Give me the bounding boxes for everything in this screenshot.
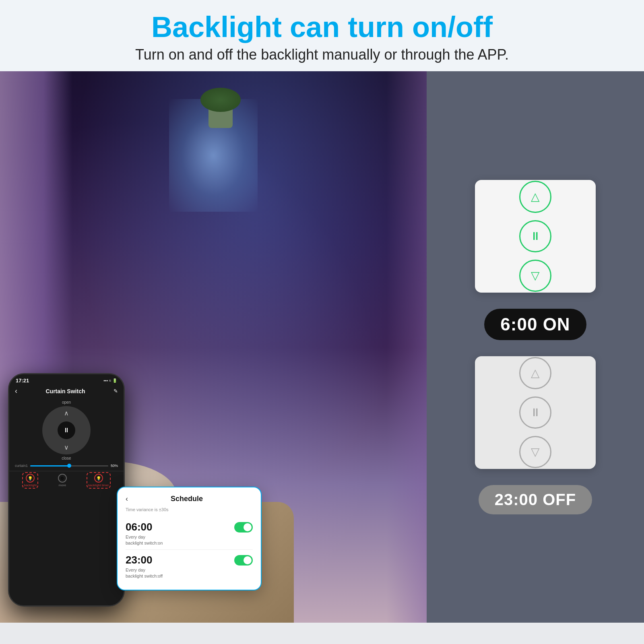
schedule-action-1: backlight switch:on (126, 541, 253, 545)
switch-off-pause-button[interactable]: ⏸ (519, 396, 551, 429)
schedule-variance-note: Time variance is ±30s (126, 507, 253, 512)
header: Backlight can turn on/off Turn on and of… (0, 0, 644, 71)
switch-pause-button[interactable]: ⏸ (519, 220, 551, 252)
switch-off-up-button[interactable]: △ (519, 357, 551, 389)
schedule-repeat-2: Every day (126, 568, 253, 572)
phone-slider-row: curtain1 50% (9, 460, 124, 469)
phone-nav-bar: 💡 backlight ⚙ more 💡 backlight timer (9, 471, 124, 489)
phone-nav-backlight-label: backlight (24, 483, 37, 487)
phone-app-title: Curtain Switch (45, 388, 85, 394)
schedule-time-2: 23:00 (126, 554, 153, 566)
phone-slider-thumb (67, 464, 71, 468)
schedule-time-row-1: 06:00 (126, 521, 253, 533)
phone-nav-more[interactable]: ⚙ more (58, 474, 67, 487)
page-title: Backlight can turn on/off (16, 11, 628, 43)
phone-slider-fill (30, 465, 69, 466)
phone-body: 17:21 ▪▪▪ ≈ 🔋 ‹ Curtain Switch ✎ open ∧ (8, 373, 125, 607)
schedule-toggle-1[interactable] (234, 522, 253, 533)
curtain-right (386, 71, 427, 623)
phone-edit-button[interactable]: ✎ (114, 388, 118, 394)
phone-nav-more-label: more (59, 483, 66, 487)
phone-back-button[interactable]: ‹ (15, 387, 17, 395)
switch-off-down-button[interactable]: ▽ (519, 436, 551, 468)
schedule-time-1: 06:00 (126, 521, 153, 533)
phone-mockup: 17:21 ▪▪▪ ≈ 🔋 ‹ Curtain Switch ✎ open ∧ (8, 373, 125, 607)
phone-screen: 17:21 ▪▪▪ ≈ 🔋 ‹ Curtain Switch ✎ open ∧ (9, 374, 124, 605)
phone-slider-label: curtain1 (15, 464, 28, 468)
down-arrow-off-icon: ▽ (531, 445, 540, 458)
schedule-action-2: backlight switch:off (126, 574, 253, 578)
more-nav-icon: ⚙ (58, 474, 67, 483)
schedule-title: Schedule (132, 495, 242, 503)
phone-pause-button[interactable]: ⏸ (58, 421, 75, 439)
schedule-header: ‹ Schedule (126, 495, 253, 503)
plant-decoration (196, 88, 245, 128)
switch-up-button[interactable]: △ (519, 181, 551, 213)
switch-off-device: △ ⏸ ▽ (475, 356, 596, 469)
phone-down-arrow[interactable]: ∨ (64, 444, 69, 451)
phone-status-bar: 17:21 ▪▪▪ ≈ 🔋 (9, 374, 124, 385)
backlight-timer-nav-icon: 💡 (94, 474, 103, 483)
schedule-time-row-2: 23:00 (126, 554, 253, 566)
photo-area: 17:21 ▪▪▪ ≈ 🔋 ‹ Curtain Switch ✎ open ∧ (0, 71, 427, 623)
phone-app-header: ‹ Curtain Switch ✎ (9, 385, 124, 398)
phone-control-circle[interactable]: ∧ ⏸ ∨ (42, 406, 91, 454)
up-arrow-icon: △ (531, 190, 540, 203)
switch-on-device: △ ⏸ ▽ (475, 180, 596, 293)
page-subtitle: Turn on and off the backlight manually o… (16, 46, 628, 63)
phone-nav-backlight[interactable]: 💡 backlight (24, 474, 37, 487)
phone-slider-value: 50% (111, 464, 118, 468)
schedule-item-2: 23:00 Every day backlight switch:off (126, 550, 253, 582)
down-arrow-icon: ▽ (531, 269, 540, 282)
schedule-item-1: 06:00 Every day backlight switch:on (126, 517, 253, 550)
schedule-back-button[interactable]: ‹ (126, 495, 128, 503)
up-arrow-off-icon: △ (531, 366, 540, 380)
backlight-nav-icon: 💡 (26, 474, 35, 483)
schedule-popup: ‹ Schedule Time variance is ±30s 06:00 E… (117, 487, 262, 590)
pause-off-icon: ⏸ (530, 406, 541, 419)
phone-signal-icons: ▪▪▪ ≈ 🔋 (103, 378, 117, 383)
switch-down-button[interactable]: ▽ (519, 260, 551, 292)
status-off-badge: 23:00 OFF (479, 485, 592, 514)
phone-open-label: open (62, 400, 71, 405)
phone-up-arrow[interactable]: ∧ (64, 409, 69, 417)
phone-nav-backlight-timer-label: backlight timer (88, 483, 109, 487)
schedule-toggle-2[interactable] (234, 555, 253, 566)
status-on-badge: 6:00 ON (484, 309, 586, 340)
main-area: 17:21 ▪▪▪ ≈ 🔋 ‹ Curtain Switch ✎ open ∧ (0, 71, 644, 623)
right-panel: △ ⏸ ▽ 6:00 ON △ ⏸ ▽ 23:00 OFF (427, 71, 644, 623)
phone-nav-backlight-timer[interactable]: 💡 backlight timer (88, 474, 109, 487)
phone-close-label: close (62, 456, 71, 460)
pause-icon: ⏸ (530, 229, 541, 243)
schedule-repeat-1: Every day (126, 535, 253, 539)
phone-slider-track[interactable] (30, 465, 108, 466)
phone-time: 17:21 (16, 378, 29, 384)
